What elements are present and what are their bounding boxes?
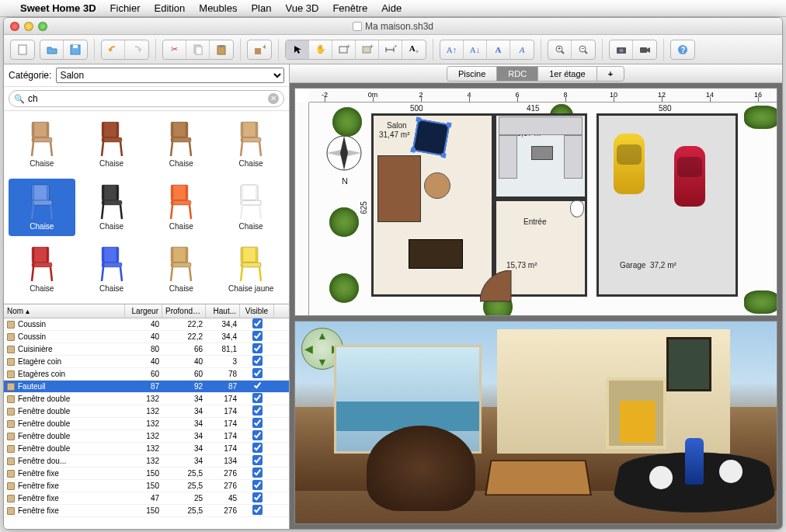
save-button[interactable] <box>64 40 87 59</box>
catalog-item[interactable]: Chaise jaune <box>217 241 284 299</box>
selected-furniture[interactable] <box>412 119 450 157</box>
col-height[interactable]: Haut... <box>206 304 240 318</box>
paste-button[interactable] <box>210 40 233 59</box>
tab-etage1[interactable]: 1er étage <box>537 66 596 82</box>
plant-icon[interactable] <box>744 290 777 314</box>
table-row[interactable]: Fenêtre fixe 15025,5276 <box>4 468 289 480</box>
table-row[interactable]: Fenêtre double 13234174 <box>4 430 289 443</box>
catalog-item[interactable]: Chaise <box>217 179 284 237</box>
table-row[interactable]: Fenêtre fixe 15025,5276 <box>4 505 289 517</box>
text-tool[interactable]: A+ <box>402 40 426 59</box>
visible-checkbox[interactable] <box>252 430 263 440</box>
col-width[interactable]: Largeur <box>125 304 162 318</box>
table-row[interactable]: Fenêtre dou... 13234134 <box>4 455 289 468</box>
pan-tool[interactable]: ✋ <box>309 40 332 59</box>
search-field[interactable]: 🔍 ✕ <box>9 90 284 107</box>
visible-checkbox[interactable] <box>252 480 263 490</box>
wall-tool[interactable]: + <box>332 40 356 59</box>
visible-checkbox[interactable] <box>252 443 263 453</box>
catalog-item[interactable]: Chaise <box>78 116 145 174</box>
visible-checkbox[interactable] <box>252 455 263 465</box>
clear-search-button[interactable]: ✕ <box>268 93 279 104</box>
visible-checkbox[interactable] <box>252 468 263 478</box>
armchair[interactable] <box>424 172 450 199</box>
plan-canvas[interactable]: N 500 415 580 625 625 <box>309 103 777 315</box>
new-button[interactable] <box>11 40 34 59</box>
table-row[interactable]: Coussin 4022,234,4 <box>4 331 289 343</box>
plant-icon[interactable] <box>744 106 777 129</box>
table-row[interactable]: Cuisinière 806681,1 <box>4 343 289 356</box>
plant-icon[interactable] <box>329 273 359 303</box>
visible-checkbox[interactable] <box>252 492 263 502</box>
car-yellow[interactable] <box>614 134 645 194</box>
table-row[interactable]: Fauteuil 879287 <box>4 381 289 393</box>
col-visible[interactable]: Visible <box>240 304 274 318</box>
menu-edition[interactable]: Edition <box>155 2 186 14</box>
visible-checkbox[interactable] <box>252 393 263 403</box>
counter[interactable] <box>564 135 583 179</box>
help-button[interactable]: ? <box>671 40 694 59</box>
col-name[interactable]: Nom ▴ <box>4 304 125 318</box>
catalog-item[interactable]: Chaise <box>9 116 75 174</box>
visible-checkbox[interactable] <box>252 331 263 341</box>
table-row[interactable]: Fenêtre double 13234174 <box>4 393 289 405</box>
room-tool[interactable]: + <box>356 40 379 59</box>
dimension-tool[interactable]: + <box>379 40 402 59</box>
visible-checkbox[interactable] <box>252 381 263 391</box>
visible-checkbox[interactable] <box>252 405 263 416</box>
catalog-item[interactable]: Chaise <box>217 116 284 174</box>
counter[interactable] <box>499 116 583 135</box>
furniture-catalog[interactable]: Chaise Chaise Chaise Chaise <box>4 111 289 304</box>
tab-add[interactable]: + <box>596 66 624 82</box>
nav-up-icon[interactable]: ▲ <box>317 329 328 342</box>
catalog-item[interactable]: Chaise <box>148 179 215 237</box>
zoom-in-button[interactable]: + <box>548 40 572 59</box>
table-row[interactable]: Coussin 4022,234,4 <box>4 318 289 331</box>
3d-view[interactable]: ▲ ◀▶ ▼ <box>294 321 777 524</box>
table-row[interactable]: Etagère coin 40403 <box>4 356 289 368</box>
catalog-item[interactable]: Chaise <box>78 179 145 237</box>
menu-fenetre[interactable]: Fenêtre <box>332 2 367 14</box>
video-button[interactable] <box>633 40 656 59</box>
catalog-item[interactable]: Chaise <box>78 241 145 299</box>
photo-button[interactable] <box>610 40 633 59</box>
zoom-out-button[interactable]: − <box>572 40 595 59</box>
sofa[interactable] <box>377 155 421 222</box>
nav-down-icon[interactable]: ▼ <box>317 356 328 368</box>
catalog-item[interactable]: Chaise <box>9 179 75 237</box>
table-row[interactable]: Etagères coin 606078 <box>4 368 289 381</box>
plant-icon[interactable] <box>329 207 359 237</box>
counter[interactable] <box>499 135 517 179</box>
menu-plan[interactable]: Plan <box>251 2 271 14</box>
visible-checkbox[interactable] <box>252 505 263 515</box>
text-bigger-button[interactable]: A↑ <box>440 40 464 59</box>
menu-vue3d[interactable]: Vue 3D <box>285 2 318 14</box>
add-furniture-button[interactable]: + <box>248 40 271 59</box>
titlebar[interactable]: Ma maison.sh3d <box>4 18 782 35</box>
tab-piscine[interactable]: Piscine <box>447 66 497 82</box>
nav-left-icon[interactable]: ◀ <box>304 342 313 355</box>
plan-view[interactable]: -20m246810121416 N 500 415 580 625 625 <box>294 88 777 316</box>
open-button[interactable] <box>40 40 64 59</box>
bold-button[interactable]: A <box>487 40 510 59</box>
catalog-item[interactable]: Chaise <box>148 116 215 174</box>
menu-fichier[interactable]: Fichier <box>110 2 141 14</box>
copy-button[interactable] <box>186 40 210 59</box>
search-input[interactable] <box>25 93 268 104</box>
col-depth[interactable]: Profonde... <box>162 304 206 318</box>
menu-meubles[interactable]: Meubles <box>199 2 237 14</box>
visible-checkbox[interactable] <box>252 343 263 353</box>
table-row[interactable]: Fenêtre fixe 472545 <box>4 492 289 505</box>
redo-button[interactable] <box>125 40 148 59</box>
italic-button[interactable]: A <box>510 40 534 59</box>
visible-checkbox[interactable] <box>252 368 263 378</box>
car-red[interactable] <box>674 146 705 207</box>
app-name[interactable]: Sweet Home 3D <box>20 2 96 14</box>
catalog-item[interactable]: Chaise <box>148 241 215 299</box>
table-row[interactable]: Fenêtre double 13234174 <box>4 418 289 430</box>
catalog-item[interactable]: Chaise <box>9 241 75 299</box>
table-row[interactable]: Fenêtre double 13234174 <box>4 405 289 418</box>
select-tool[interactable] <box>286 40 309 59</box>
toilet[interactable] <box>570 200 584 217</box>
visible-checkbox[interactable] <box>252 418 263 428</box>
